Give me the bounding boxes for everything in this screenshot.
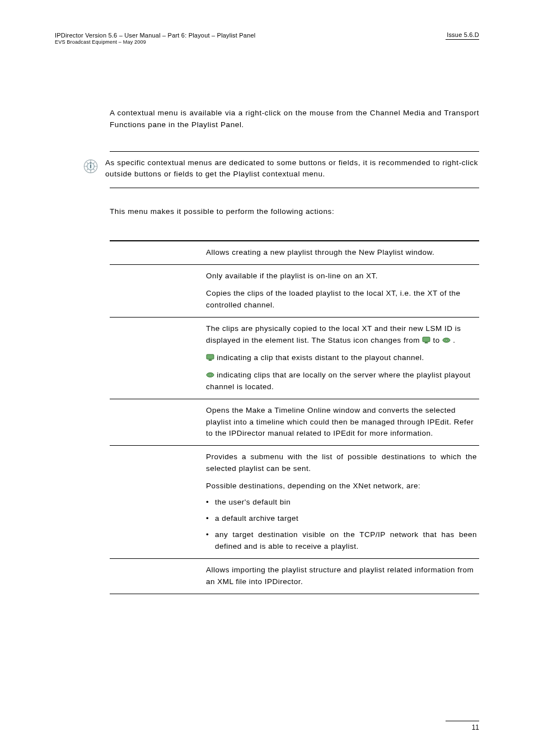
page-number: 11 bbox=[472, 724, 479, 731]
cell-text: indicating clips that are locally on the… bbox=[206, 370, 477, 393]
cell-text: Only available if the playlist is on-lin… bbox=[206, 270, 477, 282]
info-icon bbox=[83, 157, 105, 176]
list-item: a default archive target bbox=[206, 513, 477, 525]
svg-rect-9 bbox=[209, 360, 212, 361]
cell-text: Allows importing the playlist structure … bbox=[206, 564, 477, 588]
header-left-sub: EVS Broadcast Equipment – May 2009 bbox=[55, 39, 255, 46]
table-row: Opens the Make a Timeline Online window … bbox=[110, 399, 479, 446]
note-bottom-rule bbox=[110, 188, 479, 188]
text-segment: . bbox=[453, 336, 455, 344]
svg-rect-8 bbox=[207, 354, 214, 359]
header-left-top: IPDirector Version 5.6 – User Manual – P… bbox=[55, 31, 255, 39]
lead-in-paragraph: This menu makes it possible to perform t… bbox=[110, 207, 479, 216]
cell-text: indicating a clip that exists distant to… bbox=[206, 352, 477, 364]
page-header: IPDirector Version 5.6 – User Manual – P… bbox=[55, 31, 479, 46]
page-footer: 11 bbox=[446, 721, 479, 731]
table-row: Allows importing the playlist structure … bbox=[110, 558, 479, 594]
text-segment: indicating clips that are locally on the… bbox=[206, 371, 471, 391]
svg-point-3 bbox=[90, 162, 91, 164]
table-row: Provides a submenu with the list of poss… bbox=[110, 446, 479, 558]
cell-text: Opens the Make a Timeline Online window … bbox=[206, 405, 477, 440]
footer-rule bbox=[446, 721, 479, 721]
cell-text: Provides a submenu with the list of poss… bbox=[206, 451, 477, 475]
cell-text: Copies the clips of the loaded playlist … bbox=[206, 288, 477, 311]
disc-icon bbox=[442, 337, 451, 344]
header-right: Issue 5.6.D bbox=[447, 31, 479, 46]
note-text: As specific contextual menus are dedicat… bbox=[105, 157, 479, 180]
svg-rect-4 bbox=[423, 337, 430, 342]
intro-paragraph: A contextual menu is available via a rig… bbox=[110, 108, 479, 131]
monitor-icon bbox=[206, 354, 214, 361]
svg-point-11 bbox=[209, 374, 212, 375]
note-block: As specific contextual menus are dedicat… bbox=[110, 151, 479, 189]
svg-point-7 bbox=[446, 339, 448, 340]
cell-text: Possible destinations, depending on the … bbox=[206, 480, 477, 492]
table-row: Only available if the playlist is on-lin… bbox=[110, 265, 479, 318]
table-row: Allows creating a new playlist through t… bbox=[110, 241, 479, 264]
monitor-icon bbox=[422, 337, 430, 344]
svg-rect-2 bbox=[90, 164, 91, 168]
text-segment: indicating a clip that exists distant to… bbox=[217, 353, 424, 362]
issue-label: Issue 5.6.D bbox=[447, 31, 479, 38]
text-segment: to bbox=[433, 336, 442, 344]
list-item: the user's default bin bbox=[206, 497, 477, 508]
header-left: IPDirector Version 5.6 – User Manual – P… bbox=[55, 31, 255, 46]
header-right-rule bbox=[446, 39, 479, 40]
svg-rect-5 bbox=[425, 342, 428, 343]
table-row: The clips are physically copied to the l… bbox=[110, 318, 479, 399]
cell-text: The clips are physically copied to the l… bbox=[206, 323, 477, 347]
disc-icon bbox=[206, 371, 214, 379]
actions-table: Allows creating a new playlist through t… bbox=[110, 240, 479, 594]
cell-text: Allows creating a new playlist through t… bbox=[206, 247, 477, 259]
bullet-list: the user's default bin a default archive… bbox=[206, 497, 477, 553]
list-item: any target destination visible on the TC… bbox=[206, 529, 477, 553]
